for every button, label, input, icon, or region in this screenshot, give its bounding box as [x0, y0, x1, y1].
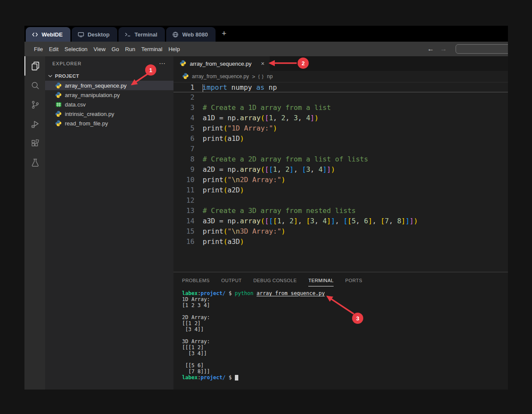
line-content: # Create a 2D array from a list of lists — [203, 154, 508, 164]
menu-help[interactable]: Help — [165, 44, 183, 54]
python-file-icon — [179, 60, 186, 68]
desktop-background: WebIDEDesktopTerminalWeb 8080+ FileEditS… — [0, 0, 532, 414]
line-content: import numpy as np — [203, 82, 508, 92]
ide-body: EXPLORER ⋯ PROJECT array_from_sequence.p… — [24, 56, 508, 390]
menu-items-container: FileEditSelectionViewGoRunTerminalHelp — [31, 44, 183, 54]
code-line-13[interactable]: 13# Create a 3D array from nested lists — [173, 206, 508, 216]
code-line-16[interactable]: 16print(a3D) — [173, 237, 508, 247]
code-line-6[interactable]: 6print(a1D) — [173, 134, 508, 144]
python-file-icon — [55, 110, 62, 117]
forward-button[interactable]: → — [439, 45, 448, 53]
panel-tab-ports[interactable]: PORTS — [345, 274, 362, 286]
line-number: 10 — [173, 175, 203, 185]
browser-tab-label: WebIDE — [42, 31, 63, 38]
menu-bar-right: ← → — [426, 44, 508, 54]
breadcrumb[interactable]: array_from_sequence.py > { } np — [173, 71, 508, 82]
file-item-array-manipulation-py[interactable]: array_manipulation.py — [45, 90, 173, 100]
terminal-line: labex:project/ $ — [182, 374, 508, 381]
browser-tab-webide[interactable]: WebIDE — [26, 27, 70, 42]
activity-testing-button[interactable] — [24, 153, 45, 172]
line-content: print(a1D) — [203, 134, 508, 144]
browser-tab-label: Desktop — [88, 31, 109, 38]
line-content: print(a2D) — [203, 185, 508, 195]
line-content: # Create a 1D array from a list — [203, 103, 508, 113]
close-tab-icon[interactable]: × — [261, 60, 264, 67]
file-name: data.csv — [65, 101, 85, 108]
code-editor[interactable]: 1import numpy as np23# Create a 1D array… — [173, 82, 508, 272]
code-line-7[interactable]: 7 — [173, 144, 508, 154]
line-content: print("\n3D Array:") — [203, 226, 508, 237]
activity-search-button[interactable] — [24, 76, 45, 95]
chevron-down-icon — [47, 73, 54, 79]
menu-selection[interactable]: Selection — [61, 44, 90, 54]
file-name: read_from_file.py — [65, 120, 108, 127]
line-number: 5 — [173, 123, 203, 134]
search-icon — [30, 80, 40, 91]
new-tab-button[interactable]: + — [222, 29, 226, 42]
breadcrumb-file[interactable]: array_from_sequence.py — [192, 73, 249, 79]
menu-run[interactable]: Run — [122, 44, 138, 54]
editor-tab-array-from-sequence[interactable]: array_from_sequence.py × — [173, 56, 270, 71]
browser-tab-bar: WebIDEDesktopTerminalWeb 8080+ — [24, 26, 508, 42]
panel-tab-terminal[interactable]: TERMINAL — [308, 274, 334, 286]
code-line-15[interactable]: 15print("\n3D Array:") — [173, 226, 508, 237]
breadcrumb-separator: > — [252, 73, 255, 80]
line-content: a3D = np.array([[[1, 2], [3, 4]], [[5, 6… — [203, 216, 508, 226]
code-line-12[interactable]: 12 — [173, 195, 508, 206]
line-number: 8 — [173, 154, 203, 164]
code-line-3[interactable]: 3# Create a 1D array from a list — [173, 103, 508, 113]
project-section-label: PROJECT — [55, 73, 79, 79]
browser-tab-web-8080[interactable]: Web 8080 — [166, 27, 216, 42]
terminal-line — [182, 356, 508, 362]
desktop-icon — [78, 31, 84, 38]
code-line-2[interactable]: 2 — [173, 92, 508, 103]
code-line-11[interactable]: 11print(a2D) — [173, 185, 508, 195]
search-input[interactable] — [456, 44, 508, 54]
code-line-14[interactable]: 14a3D = np.array([[[1, 2], [3, 4]], [[5,… — [173, 216, 508, 226]
line-number: 13 — [173, 206, 203, 216]
code-line-1[interactable]: 1import numpy as np — [173, 82, 508, 92]
menu-file[interactable]: File — [31, 44, 46, 54]
activity-extensions-button[interactable] — [24, 134, 45, 153]
menu-go[interactable]: Go — [109, 44, 122, 54]
csv-file-icon — [55, 101, 62, 108]
code-line-5[interactable]: 5print("1D Array:") — [173, 123, 508, 134]
file-item-intrinsic-creation-py[interactable]: intrinsic_creation.py — [45, 109, 173, 119]
activity-explorer-button[interactable] — [24, 56, 45, 76]
terminal-line: [3 4]] — [182, 326, 508, 332]
file-item-array-from-sequence-py[interactable]: array_from_sequence.py — [45, 81, 173, 90]
browser-tab-terminal[interactable]: Terminal — [119, 27, 165, 42]
project-section-row[interactable]: PROJECT — [45, 71, 173, 81]
bottom-panel: PROBLEMSOUTPUTDEBUG CONSOLETERMINALPORTS… — [173, 272, 508, 390]
back-button[interactable]: ← — [426, 45, 435, 53]
line-number: 6 — [173, 134, 203, 144]
line-number: 4 — [173, 113, 203, 123]
menu-view[interactable]: View — [91, 44, 109, 54]
menu-edit[interactable]: Edit — [46, 44, 61, 54]
code-line-4[interactable]: 4a1D = np.array([1, 2, 3, 4]) — [173, 113, 508, 123]
activity-run-debug-button[interactable] — [24, 114, 45, 134]
menu-terminal[interactable]: Terminal — [138, 44, 165, 54]
file-name: array_from_sequence.py — [65, 82, 127, 89]
more-actions-icon[interactable]: ⋯ — [159, 60, 166, 67]
browser-tab-desktop[interactable]: Desktop — [72, 27, 117, 42]
panel-tab-debug-console[interactable]: DEBUG CONSOLE — [253, 274, 297, 286]
breadcrumb-symbol[interactable]: np — [267, 73, 273, 79]
file-item-read-from-file-py[interactable]: read_from_file.py — [45, 119, 173, 128]
file-item-data-csv[interactable]: data.csv — [45, 100, 173, 109]
editor-tab-label: array_from_sequence.py — [190, 61, 252, 67]
code-line-8[interactable]: 8# Create a 2D array from a list of list… — [173, 154, 508, 164]
line-number: 15 — [173, 226, 203, 237]
panel-tab-problems[interactable]: PROBLEMS — [182, 274, 210, 286]
activity-bar — [24, 56, 45, 390]
terminal-output[interactable]: labex:project/ $ python array_from_seque… — [173, 288, 508, 390]
line-content: print("1D Array:") — [203, 123, 508, 134]
terminal-line: [7 8]]] — [182, 368, 508, 374]
activity-source-control-button[interactable] — [24, 95, 45, 114]
panel-tab-output[interactable]: OUTPUT — [221, 274, 242, 286]
browser-tab-label: Web 8080 — [182, 31, 208, 38]
code-line-10[interactable]: 10print("\n2D Array:") — [173, 175, 508, 185]
terminal-line: [[1 2] — [182, 320, 508, 326]
python-file-icon — [55, 120, 62, 127]
code-line-9[interactable]: 9a2D = np.array([[1, 2], [3, 4]]) — [173, 164, 508, 175]
